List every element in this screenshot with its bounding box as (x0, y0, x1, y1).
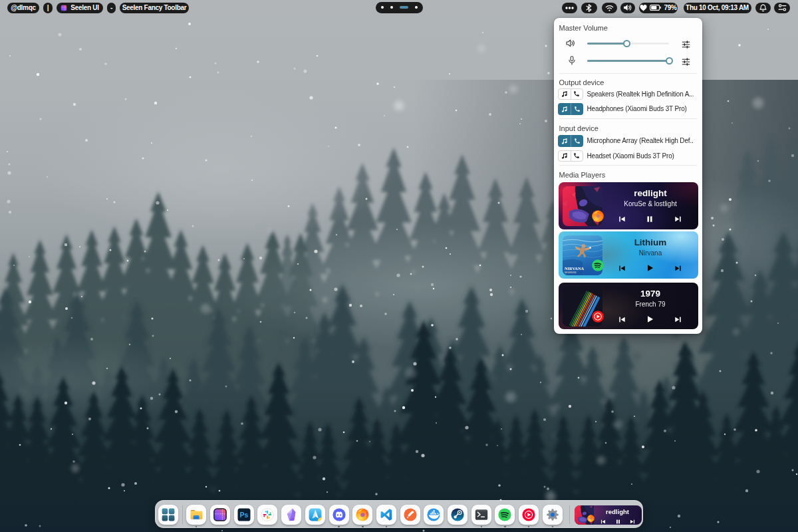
svg-text:NEVERMIND: NEVERMIND (565, 271, 577, 274)
svg-text:NIRVANA: NIRVANA (565, 266, 585, 271)
svg-text:Ps: Ps (239, 511, 248, 519)
